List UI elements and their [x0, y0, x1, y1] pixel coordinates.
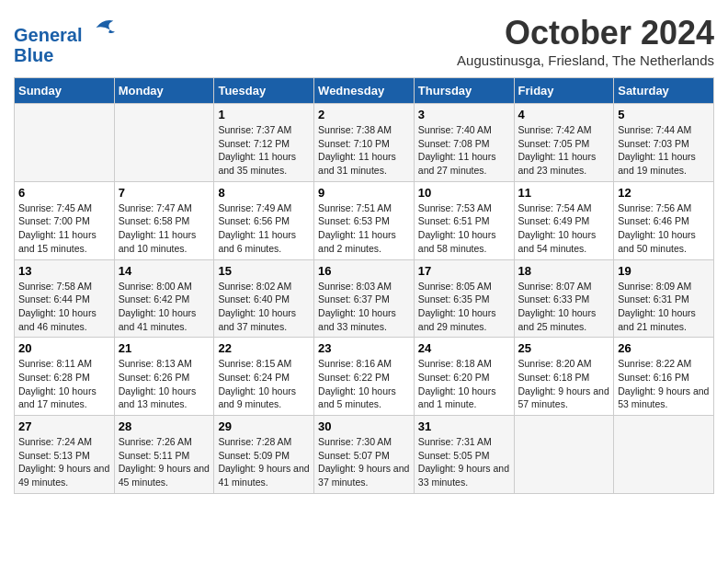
day-info: Sunrise: 7:51 AM Sunset: 6:53 PM Dayligh… — [318, 201, 410, 256]
calendar-week-row: 20Sunrise: 8:11 AM Sunset: 6:28 PM Dayli… — [15, 338, 714, 416]
calendar-cell: 25Sunrise: 8:20 AM Sunset: 6:18 PM Dayli… — [514, 338, 614, 416]
calendar-body: 1Sunrise: 7:37 AM Sunset: 7:12 PM Daylig… — [15, 104, 714, 494]
day-number: 19 — [618, 264, 710, 278]
calendar-cell: 9Sunrise: 7:51 AM Sunset: 6:53 PM Daylig… — [314, 181, 415, 259]
day-info: Sunrise: 8:05 AM Sunset: 6:35 PM Dayligh… — [418, 280, 510, 334]
calendar-cell: 30Sunrise: 7:30 AM Sunset: 5:07 PM Dayli… — [314, 416, 415, 494]
day-number: 11 — [518, 186, 610, 200]
day-info: Sunrise: 7:54 AM Sunset: 6:49 PM Dayligh… — [518, 201, 610, 256]
calendar-cell — [514, 416, 614, 494]
day-number: 29 — [218, 419, 310, 433]
calendar-cell: 21Sunrise: 8:13 AM Sunset: 6:26 PM Dayli… — [114, 338, 214, 416]
calendar-cell: 29Sunrise: 7:28 AM Sunset: 5:09 PM Dayli… — [214, 416, 314, 494]
day-info: Sunrise: 8:22 AM Sunset: 6:16 PM Dayligh… — [618, 357, 710, 411]
day-info: Sunrise: 7:31 AM Sunset: 5:05 PM Dayligh… — [418, 435, 510, 489]
day-number: 14 — [119, 264, 210, 278]
calendar-cell: 8Sunrise: 7:49 AM Sunset: 6:56 PM Daylig… — [214, 181, 314, 259]
calendar-cell: 1Sunrise: 7:37 AM Sunset: 7:12 PM Daylig… — [214, 104, 314, 182]
day-info: Sunrise: 7:24 AM Sunset: 5:13 PM Dayligh… — [18, 435, 110, 489]
day-info: Sunrise: 8:13 AM Sunset: 6:26 PM Dayligh… — [119, 357, 210, 411]
calendar-cell: 4Sunrise: 7:42 AM Sunset: 7:05 PM Daylig… — [514, 104, 614, 182]
day-info: Sunrise: 7:58 AM Sunset: 6:44 PM Dayligh… — [18, 280, 110, 334]
day-info: Sunrise: 7:30 AM Sunset: 5:07 PM Dayligh… — [318, 435, 410, 489]
day-number: 9 — [318, 186, 410, 200]
calendar-cell — [614, 416, 714, 494]
day-number: 23 — [318, 341, 410, 355]
calendar-cell: 15Sunrise: 8:02 AM Sunset: 6:40 PM Dayli… — [214, 259, 314, 338]
calendar-table: SundayMondayTuesdayWednesdayThursdayFrid… — [14, 77, 714, 494]
calendar-cell: 13Sunrise: 7:58 AM Sunset: 6:44 PM Dayli… — [15, 259, 115, 338]
logo: General Blue — [14, 14, 117, 65]
calendar-cell: 31Sunrise: 7:31 AM Sunset: 5:05 PM Dayli… — [414, 416, 514, 494]
day-number: 2 — [318, 108, 410, 121]
day-info: Sunrise: 7:28 AM Sunset: 5:09 PM Dayligh… — [218, 435, 310, 489]
calendar-header: SundayMondayTuesdayWednesdayThursdayFrid… — [15, 78, 714, 104]
day-of-week-header: Sunday — [15, 78, 115, 104]
calendar-week-row: 27Sunrise: 7:24 AM Sunset: 5:13 PM Dayli… — [15, 416, 714, 494]
day-info: Sunrise: 7:40 AM Sunset: 7:08 PM Dayligh… — [418, 123, 510, 178]
day-info: Sunrise: 7:37 AM Sunset: 7:12 PM Dayligh… — [218, 123, 310, 178]
day-info: Sunrise: 7:53 AM Sunset: 6:51 PM Dayligh… — [418, 201, 510, 256]
page-header: General Blue October 2024 Augustinusga, … — [14, 14, 714, 68]
header-row: SundayMondayTuesdayWednesdayThursdayFrid… — [15, 78, 714, 104]
day-of-week-header: Wednesday — [314, 78, 415, 104]
calendar-cell: 6Sunrise: 7:45 AM Sunset: 7:00 PM Daylig… — [15, 181, 115, 259]
day-info: Sunrise: 8:16 AM Sunset: 6:22 PM Dayligh… — [318, 357, 410, 411]
day-of-week-header: Thursday — [414, 78, 514, 104]
calendar-cell: 22Sunrise: 8:15 AM Sunset: 6:24 PM Dayli… — [214, 338, 314, 416]
day-number: 24 — [418, 341, 510, 355]
calendar-cell: 17Sunrise: 8:05 AM Sunset: 6:35 PM Dayli… — [414, 259, 514, 338]
day-of-week-header: Saturday — [614, 78, 714, 104]
calendar-cell: 24Sunrise: 8:18 AM Sunset: 6:20 PM Dayli… — [414, 338, 514, 416]
day-number: 10 — [418, 186, 510, 200]
logo-bird-icon — [89, 14, 117, 41]
calendar-week-row: 13Sunrise: 7:58 AM Sunset: 6:44 PM Dayli… — [15, 259, 714, 338]
day-info: Sunrise: 8:00 AM Sunset: 6:42 PM Dayligh… — [119, 280, 210, 334]
day-number: 30 — [318, 419, 410, 433]
day-number: 1 — [218, 108, 310, 121]
calendar-cell: 16Sunrise: 8:03 AM Sunset: 6:37 PM Dayli… — [314, 259, 415, 338]
day-number: 26 — [618, 341, 710, 355]
day-info: Sunrise: 8:11 AM Sunset: 6:28 PM Dayligh… — [18, 357, 110, 411]
calendar-cell — [15, 104, 115, 182]
logo-blue: Blue — [14, 45, 117, 65]
calendar-cell: 18Sunrise: 8:07 AM Sunset: 6:33 PM Dayli… — [514, 259, 614, 338]
day-number: 21 — [119, 341, 210, 355]
calendar-cell: 28Sunrise: 7:26 AM Sunset: 5:11 PM Dayli… — [114, 416, 214, 494]
day-of-week-header: Friday — [514, 78, 614, 104]
day-info: Sunrise: 8:03 AM Sunset: 6:37 PM Dayligh… — [318, 280, 410, 334]
day-number: 15 — [218, 264, 310, 278]
day-info: Sunrise: 8:09 AM Sunset: 6:31 PM Dayligh… — [618, 280, 710, 334]
logo-general: General — [14, 25, 82, 45]
day-info: Sunrise: 8:07 AM Sunset: 6:33 PM Dayligh… — [518, 280, 610, 334]
day-info: Sunrise: 8:20 AM Sunset: 6:18 PM Dayligh… — [518, 357, 610, 411]
day-number: 31 — [418, 419, 510, 433]
calendar-cell: 14Sunrise: 8:00 AM Sunset: 6:42 PM Dayli… — [114, 259, 214, 338]
calendar-cell: 10Sunrise: 7:53 AM Sunset: 6:51 PM Dayli… — [414, 181, 514, 259]
day-of-week-header: Monday — [114, 78, 214, 104]
day-info: Sunrise: 7:44 AM Sunset: 7:03 PM Dayligh… — [618, 123, 710, 178]
calendar-cell: 26Sunrise: 8:22 AM Sunset: 6:16 PM Dayli… — [614, 338, 714, 416]
title-block: October 2024 Augustinusga, Friesland, Th… — [457, 14, 714, 68]
calendar-cell: 5Sunrise: 7:44 AM Sunset: 7:03 PM Daylig… — [614, 104, 714, 182]
day-number: 3 — [418, 108, 510, 121]
day-info: Sunrise: 8:02 AM Sunset: 6:40 PM Dayligh… — [218, 280, 310, 334]
day-info: Sunrise: 7:42 AM Sunset: 7:05 PM Dayligh… — [518, 123, 610, 178]
day-number: 27 — [18, 419, 110, 433]
calendar-cell: 20Sunrise: 8:11 AM Sunset: 6:28 PM Dayli… — [15, 338, 115, 416]
day-info: Sunrise: 7:26 AM Sunset: 5:11 PM Dayligh… — [119, 435, 210, 489]
calendar-week-row: 1Sunrise: 7:37 AM Sunset: 7:12 PM Daylig… — [15, 104, 714, 182]
calendar-cell: 23Sunrise: 8:16 AM Sunset: 6:22 PM Dayli… — [314, 338, 415, 416]
day-number: 16 — [318, 264, 410, 278]
day-number: 17 — [418, 264, 510, 278]
day-info: Sunrise: 7:56 AM Sunset: 6:46 PM Dayligh… — [618, 201, 710, 256]
day-info: Sunrise: 7:38 AM Sunset: 7:10 PM Dayligh… — [318, 123, 410, 178]
day-number: 12 — [618, 186, 710, 200]
calendar-cell: 11Sunrise: 7:54 AM Sunset: 6:49 PM Dayli… — [514, 181, 614, 259]
day-info: Sunrise: 8:15 AM Sunset: 6:24 PM Dayligh… — [218, 357, 310, 411]
calendar-cell: 2Sunrise: 7:38 AM Sunset: 7:10 PM Daylig… — [314, 104, 415, 182]
day-of-week-header: Tuesday — [214, 78, 314, 104]
calendar-cell: 19Sunrise: 8:09 AM Sunset: 6:31 PM Dayli… — [614, 259, 714, 338]
day-number: 4 — [518, 108, 610, 121]
day-number: 5 — [618, 108, 710, 121]
